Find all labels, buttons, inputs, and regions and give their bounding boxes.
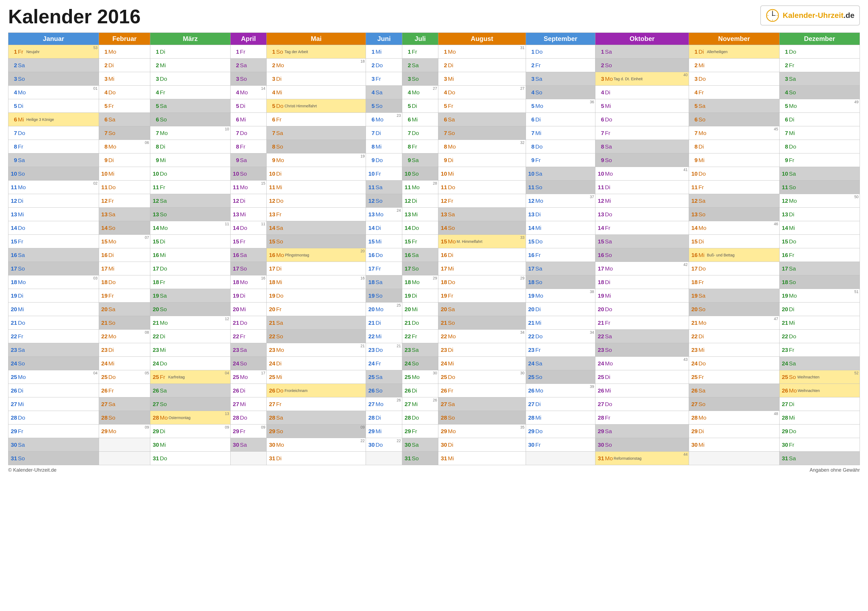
day-number: 14 <box>100 225 108 231</box>
day-number: 4 <box>268 89 275 96</box>
day-cell: 1Do <box>779 45 860 59</box>
day-cell: 8Mi <box>366 140 402 153</box>
day-number: 23 <box>439 347 447 353</box>
day-number: 21 <box>9 320 17 326</box>
day-cell: 19Fr <box>99 289 150 303</box>
day-cell: 28Di <box>366 411 402 424</box>
day-number: 28 <box>268 415 275 421</box>
day-cell: 10Sa <box>779 167 860 181</box>
week-number: 20 <box>361 249 365 253</box>
day-number: 9 <box>597 157 604 164</box>
day-number: 7 <box>367 130 375 136</box>
day-number: 8 <box>439 144 447 150</box>
day-number: 29 <box>232 428 239 435</box>
day-number: 31 <box>9 455 17 462</box>
day-cell: 27Sa <box>99 398 150 411</box>
day-number: 8 <box>781 144 788 150</box>
day-number: 6 <box>268 116 275 123</box>
day-name: Sa <box>240 347 248 353</box>
day-cell: 20Di <box>779 303 860 316</box>
day-cell: 23Sa <box>8 343 99 357</box>
day-name: Mi <box>375 238 383 245</box>
day-number: 11 <box>690 184 698 190</box>
day-cell: 28Sa <box>267 411 366 424</box>
holiday-label: Pfingstmontag <box>285 253 309 257</box>
day-name: Do <box>699 265 706 272</box>
day-cell: 8Fr <box>8 140 99 153</box>
day-number: 28 <box>527 415 535 421</box>
week-number: 06 <box>145 141 149 145</box>
day-name: So <box>375 387 383 394</box>
table-row: 16Sa16Di16Mi16Sa2016MoPfingstmontag16Do1… <box>8 248 860 262</box>
day-cell: 17Di <box>267 262 366 275</box>
day-number: 6 <box>690 116 698 123</box>
day-name: Di <box>240 198 248 204</box>
day-name: Fr <box>699 374 706 380</box>
day-number: 8 <box>527 144 535 150</box>
day-name: Fr <box>108 387 116 394</box>
day-cell: 15Fr <box>402 235 438 248</box>
day-name: Sa <box>240 157 248 164</box>
day-cell: 31Do <box>150 452 230 465</box>
day-cell: 10Mi <box>99 167 150 181</box>
day-cell: 26Sa <box>689 384 780 398</box>
day-name: Do <box>448 184 456 190</box>
day-name: Do <box>605 211 612 218</box>
day-name: So <box>789 89 797 96</box>
day-name: Fr <box>240 48 248 55</box>
week-number: 53 <box>93 46 98 50</box>
day-cell: 13Sa <box>99 208 150 221</box>
day-name: Do <box>108 184 116 190</box>
day-cell: 23Sa <box>402 343 438 357</box>
day-cell: 20Sa <box>438 303 526 316</box>
day-number: 17 <box>597 265 604 272</box>
day-number: 27 <box>268 401 275 407</box>
day-number: 11 <box>527 184 535 190</box>
day-number: 18 <box>527 279 535 285</box>
day-cell: 14Mi <box>779 221 860 235</box>
day-cell: 1328MoOstermontag <box>150 411 230 424</box>
day-cell: 19Fr <box>438 289 526 303</box>
day-name: Sa <box>789 170 797 177</box>
day-cell: 7So <box>99 126 150 140</box>
day-number: 5 <box>690 103 698 109</box>
day-number: 24 <box>367 360 375 367</box>
day-number: 15 <box>527 238 535 245</box>
day-number: 25 <box>527 374 535 380</box>
day-name: Mi <box>240 306 248 312</box>
day-name: So <box>240 76 248 82</box>
day-name: Sa <box>240 62 248 69</box>
day-cell: 23Sa <box>230 343 267 357</box>
day-name: Fr <box>160 279 167 285</box>
week-number: 12 <box>225 317 229 321</box>
day-name: Sa <box>605 333 612 340</box>
day-name: Do <box>375 347 383 353</box>
day-cell: 24Fr <box>366 357 402 370</box>
day-name: Di <box>412 198 419 204</box>
day-name: Do <box>18 320 25 326</box>
day-cell: 31Mi <box>438 452 526 465</box>
day-number: 18 <box>690 279 698 285</box>
day-number: 12 <box>268 198 275 204</box>
day-cell: 19Sa <box>150 289 230 303</box>
day-cell: 25So <box>526 370 595 384</box>
day-cell: 14Mi <box>526 221 595 235</box>
day-cell <box>99 438 150 452</box>
table-row: 3So3Mi3Do3So3Di3Fr3So3Mi3Sa403MoTag d. D… <box>8 72 860 86</box>
holiday-label: Neujahr <box>26 49 40 54</box>
day-cell: 0211Mo <box>8 181 99 194</box>
day-cell: 16Fr <box>779 248 860 262</box>
day-number: 22 <box>232 333 239 340</box>
table-row: 15Fr0715Mo15Di15Fr15So15Mi15Fr3315MoM. H… <box>8 235 860 248</box>
day-number: 24 <box>781 360 788 367</box>
day-name: Mo <box>448 144 456 150</box>
day-number: 19 <box>403 292 411 299</box>
day-cell: 21Do <box>402 316 438 329</box>
week-number: 08 <box>145 330 149 334</box>
day-cell: 014Mo <box>8 86 99 99</box>
day-cell: 30Sa <box>230 438 267 452</box>
week-number: 15 <box>261 181 265 186</box>
day-name: Do <box>160 455 167 462</box>
day-name: So <box>605 252 612 258</box>
day-number: 15 <box>268 238 275 245</box>
